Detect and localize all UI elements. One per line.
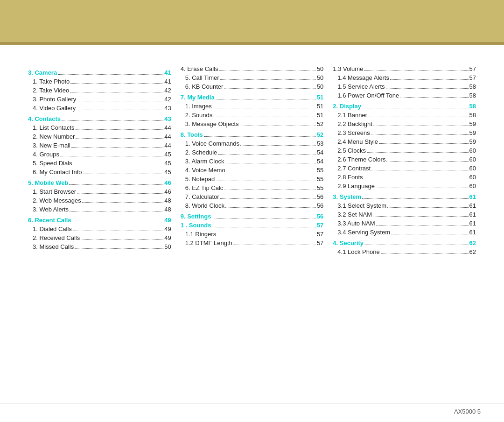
toc-section-security: 4. Security 62 bbox=[333, 239, 476, 246]
toc-section-contacts: 4. Contacts 43 bbox=[28, 115, 171, 122]
entry-notepad: 5. Notepad 55 bbox=[181, 176, 324, 183]
footer-label: AX5000 5 bbox=[454, 408, 481, 415]
entry-select-system: 3.1 Select System 61 bbox=[333, 202, 476, 209]
toc-column-3: 1.3 Volume 57 1.4 Message Alerts 57 1.5 … bbox=[328, 65, 481, 257]
toc-column-1: 3. Camera 41 1. Take Photo 41 2. Take Vi… bbox=[23, 65, 176, 257]
entry-voice-memo: 4. Voice Memo 55 bbox=[181, 167, 324, 174]
entry-kb-counter: 6. KB Counter 50 bbox=[181, 83, 324, 90]
entry-web-messages: 2. Web Messages 48 bbox=[28, 197, 171, 204]
entry-set-nam: 3.2 Set NAM 61 bbox=[333, 211, 476, 218]
entry-theme-colors: 2.6 Theme Colors 60 bbox=[333, 156, 476, 163]
header-bar bbox=[0, 0, 504, 42]
toc-section-display: 2. Display 58 bbox=[333, 103, 476, 110]
entry-service-alerts: 1.5 Service Alerts 58 bbox=[333, 83, 476, 90]
entry-my-contact-info: 6. My Contact Info 45 bbox=[28, 169, 171, 176]
entry-take-photo: 1. Take Photo 41 bbox=[28, 78, 171, 85]
entry-menu-style: 2.4 Menu Style 59 bbox=[333, 138, 476, 145]
entry-start-browser: 1. Start Browser 46 bbox=[28, 188, 171, 195]
entry-web-alerts: 3. Web Alerts 48 bbox=[28, 206, 171, 213]
entry-serving-system: 3.4 Serving System 61 bbox=[333, 229, 476, 236]
entry-alarm-clock: 3. Alarm Clock 54 bbox=[181, 158, 324, 165]
entry-contrast: 2.7 Contrast 60 bbox=[333, 165, 476, 172]
entry-message-alerts: 1.4 Message Alerts 57 bbox=[333, 74, 476, 81]
toc-section-sounds: 1 . Sounds 57 bbox=[181, 222, 324, 229]
entry-volume: 1.3 Volume 57 bbox=[333, 65, 476, 72]
section-camera-label: 3. Camera bbox=[28, 69, 57, 76]
section-camera-dots bbox=[58, 74, 163, 75]
entry-dialed-calls: 1. Dialed Calls 49 bbox=[28, 225, 171, 232]
entry-message-objects: 3. Message Objects 52 bbox=[181, 120, 324, 127]
entry-dtmf-length: 1.2 DTMF Length 57 bbox=[181, 239, 324, 246]
entry-voice-commands: 1. Voice Commands 53 bbox=[181, 140, 324, 147]
content-area: 3. Camera 41 1. Take Photo 41 2. Take Vi… bbox=[0, 51, 504, 267]
entry-images: 1. Images 51 bbox=[181, 103, 324, 110]
toc-section-system: 3. System 61 bbox=[333, 193, 476, 200]
toc-section-recent-calls: 6. Recent Calls 49 bbox=[28, 217, 171, 224]
entry-schedule: 2. Schedule 54 bbox=[181, 149, 324, 156]
section-tools-label: 8. Tools bbox=[181, 131, 203, 138]
entry-world-clock: 8. World Clock 56 bbox=[181, 202, 324, 209]
section-security-label: 4. Security bbox=[333, 239, 364, 246]
entry-missed-calls: 3. Missed Calls 50 bbox=[28, 243, 171, 250]
entry-new-number: 2. New Number 44 bbox=[28, 133, 171, 140]
entry-speed-dials: 5. Speed Dials 45 bbox=[28, 160, 171, 167]
toc-column-2: 4. Erase Calls 50 5. Call Timer 50 6. KB… bbox=[176, 65, 329, 257]
toc-section-my-media: 7. My Media 51 bbox=[181, 94, 324, 101]
toc-section-tools: 8. Tools 52 bbox=[181, 131, 324, 138]
entry-photo-gallery: 3. Photo Gallery 42 bbox=[28, 96, 171, 103]
entry-sounds: 2. Sounds 51 bbox=[181, 112, 324, 119]
section-contacts-label: 4. Contacts bbox=[28, 115, 61, 122]
entry-power-on-off-tone: 1.6 Power On/Off Tone 58 bbox=[333, 92, 476, 99]
entry-take-video: 2. Take Video 42 bbox=[28, 87, 171, 94]
entry-calculator: 7. Calculator 56 bbox=[181, 193, 324, 200]
toc-section-camera: 3. Camera 41 bbox=[28, 69, 171, 76]
entry-clocks: 2.5 Clocks 60 bbox=[333, 147, 476, 154]
toc-section-mobile-web: 5. Mobile Web 46 bbox=[28, 179, 171, 186]
entry-language: 2.9 Language 60 bbox=[333, 183, 476, 190]
entry-auto-nam: 3.3 Auto NAM 61 bbox=[333, 220, 476, 227]
entry-backlight: 2.2 Backlight 59 bbox=[333, 120, 476, 127]
entry-groups: 4. Groups 45 bbox=[28, 151, 171, 158]
entry-lock-phone: 4.1 Lock Phone 62 bbox=[333, 248, 476, 255]
toc-section-settings: 9. Settings 56 bbox=[181, 213, 324, 220]
entry-received-calls: 2. Received Calls 49 bbox=[28, 234, 171, 241]
entry-video-gallery: 4. Video Gallery 43 bbox=[28, 105, 171, 112]
entry-ez-tip-calc: 6. EZ Tip Calc 55 bbox=[181, 184, 324, 191]
entry-banner: 2.1 Banner 58 bbox=[333, 112, 476, 119]
entry-fonts: 2.8 Fonts 60 bbox=[333, 174, 476, 181]
section-sounds-label: 1 . Sounds bbox=[181, 222, 211, 229]
section-mobile-web-label: 5. Mobile Web bbox=[28, 179, 68, 186]
entry-erase-calls: 4. Erase Calls 50 bbox=[181, 65, 324, 72]
entry-list-contacts: 1. List Contacts 44 bbox=[28, 124, 171, 131]
section-recent-calls-label: 6. Recent Calls bbox=[28, 217, 71, 224]
section-my-media-label: 7. My Media bbox=[181, 94, 215, 101]
entry-new-email: 3. New E-mail 44 bbox=[28, 142, 171, 149]
section-settings-label: 9. Settings bbox=[181, 213, 211, 220]
entry-call-timer: 5. Call Timer 50 bbox=[181, 74, 324, 81]
entry-ringers: 1.1 Ringers 57 bbox=[181, 231, 324, 238]
section-display-label: 2. Display bbox=[333, 103, 361, 110]
section-camera-page: 41 bbox=[164, 69, 171, 76]
section-system-label: 3. System bbox=[333, 193, 361, 200]
footer-divider bbox=[0, 403, 504, 403]
entry-screens: 2.3 Screens 59 bbox=[333, 129, 476, 136]
